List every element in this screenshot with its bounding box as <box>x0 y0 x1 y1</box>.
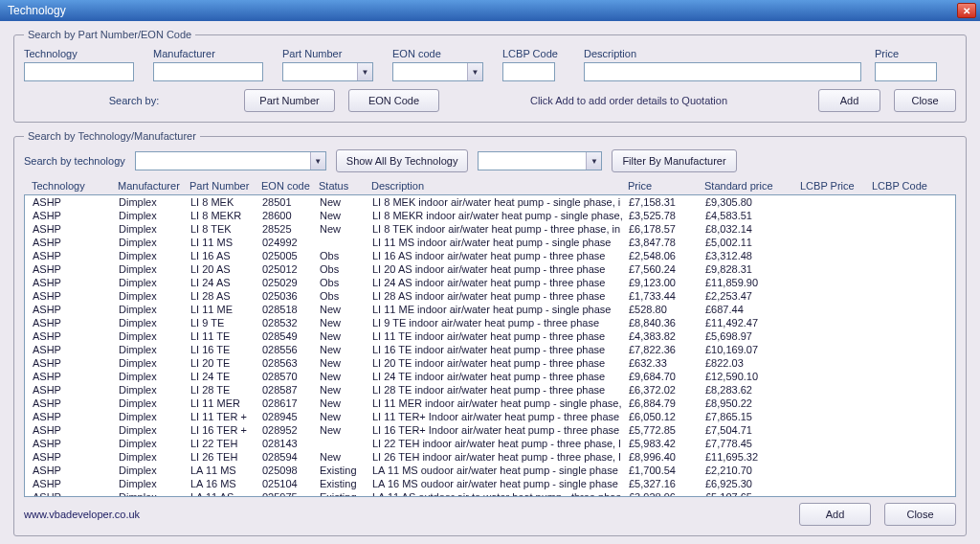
table-row[interactable]: ASHPDimplexLI 26 TEH028594NewLI 26 TEH i… <box>25 450 955 464</box>
chevron-down-icon[interactable]: ▼ <box>357 63 372 80</box>
table-row[interactable]: ASHPDimplexLI 24 TE028570NewLI 24 TE ind… <box>25 370 955 383</box>
label-part-number: Part Number <box>282 48 383 59</box>
show-all-by-technology-button[interactable]: Show All By Technology <box>336 149 469 172</box>
col-description: Description <box>371 180 628 192</box>
close-button-bottom[interactable]: Close <box>884 503 956 526</box>
search-eon-code-button[interactable]: EON Code <box>348 89 439 112</box>
search-technology-combo[interactable] <box>135 151 326 170</box>
col-eon-code: EON code <box>261 180 319 192</box>
table-row[interactable]: ASHPDimplexLI 28 TE028587NewLI 28 TE ind… <box>25 383 955 397</box>
group-search-partnumber-eon: Search by Part Number/EON Code Technolog… <box>13 29 967 123</box>
col-lcbp-code: LCBP Code <box>872 180 948 192</box>
label-price: Price <box>875 48 947 59</box>
table-row[interactable]: ASHPDimplexLI 11 TER +028945NewLI 11 TER… <box>25 410 955 423</box>
close-button-top[interactable]: Close <box>894 89 956 112</box>
table-row[interactable]: ASHPDimplexLI 16 TE028556NewLI 16 TE ind… <box>25 343 955 356</box>
col-status: Status <box>319 180 371 192</box>
table-row[interactable]: ASHPDimplexLA 11 AS025975ExistingLA 11 A… <box>25 490 955 497</box>
table-row[interactable]: ASHPDimplexLI 11 MER028617NewLI 11 MER i… <box>25 397 955 410</box>
technology-input[interactable] <box>24 62 134 81</box>
table-row[interactable]: ASHPDimplexLI 11 MS024992LI 11 MS indoor… <box>25 236 955 249</box>
description-input[interactable] <box>584 62 861 81</box>
group-search-tech-manufacturer: Search by Technology/Manufacturer Search… <box>13 130 967 536</box>
chevron-down-icon[interactable]: ▼ <box>310 152 325 170</box>
titlebar[interactable]: Technology ✕ <box>0 0 980 21</box>
lcbp-code-input[interactable] <box>502 62 555 81</box>
label-lcbp-code: LCBP Code <box>502 48 574 59</box>
label-eon-code: EON code <box>392 48 493 59</box>
search-part-number-button[interactable]: Part Number <box>244 89 335 112</box>
label-description: Description <box>584 48 865 59</box>
group1-legend: Search by Part Number/EON Code <box>24 29 195 40</box>
add-button-bottom[interactable]: Add <box>799 503 871 526</box>
table-row[interactable]: ASHPDimplexLI 20 AS025012ObsLI 20 AS ind… <box>25 262 955 276</box>
manufacturer-input[interactable] <box>153 62 263 81</box>
table-row[interactable]: ASHPDimplexLI 16 TER +028952NewLI 16 TER… <box>25 423 955 437</box>
chevron-down-icon[interactable]: ▼ <box>586 152 601 170</box>
filter-by-manufacturer-button[interactable]: Filter By Manufacturer <box>612 149 736 172</box>
label-search-by-technology: Search by technology <box>24 155 125 167</box>
price-input[interactable] <box>875 62 937 81</box>
table-row[interactable]: ASHPDimplexLI 16 AS025005ObsLI 16 AS ind… <box>25 249 955 262</box>
label-search-by: Search by: <box>24 95 244 106</box>
table-row[interactable]: ASHPDimplexLI 11 TE028549NewLI 11 TE ind… <box>25 329 955 343</box>
col-part-number: Part Number <box>189 180 261 192</box>
table-row[interactable]: ASHPDimplexLI 20 TE028563NewLI 20 TE ind… <box>25 356 955 370</box>
col-technology: Technology <box>32 180 118 192</box>
results-column-headers: Technology Manufacturer Part Number EON … <box>24 178 956 194</box>
table-row[interactable]: ASHPDimplexLA 16 MS025104ExistingLA 16 M… <box>25 477 955 490</box>
table-row[interactable]: ASHPDimplexLI 9 TE028532NewLI 9 TE indoo… <box>25 316 955 329</box>
col-lcbp-price: LCBP Price <box>800 180 872 192</box>
chevron-down-icon[interactable]: ▼ <box>467 63 482 80</box>
col-manufacturer: Manufacturer <box>118 180 189 192</box>
table-row[interactable]: ASHPDimplexLI 8 MEK28501NewLI 8 MEK indo… <box>25 195 955 209</box>
group2-legend: Search by Technology/Manufacturer <box>24 130 200 142</box>
table-row[interactable]: ASHPDimplexLI 28 AS025036ObsLI 28 AS ind… <box>25 289 955 303</box>
results-grid[interactable]: ASHPDimplexLI 8 MEK28501NewLI 8 MEK indo… <box>24 194 956 497</box>
table-row[interactable]: ASHPDimplexLI 24 AS025029ObsLI 24 AS ind… <box>25 276 955 289</box>
table-row[interactable]: ASHPDimplexLI 8 TEK28525NewLI 8 TEK indo… <box>25 222 955 236</box>
table-row[interactable]: ASHPDimplexLI 22 TEH028143LI 22 TEH indo… <box>25 437 955 450</box>
col-standard-price: Standard price <box>704 180 800 192</box>
window-title: Technology <box>4 4 957 17</box>
footer-link[interactable]: www.vbadeveloper.co.uk <box>24 509 799 520</box>
group1-hint: Click Add to add order details to Quotat… <box>439 95 818 106</box>
label-manufacturer: Manufacturer <box>153 48 273 59</box>
label-technology: Technology <box>24 48 144 59</box>
manufacturer-filter-combo[interactable] <box>478 151 602 170</box>
table-row[interactable]: ASHPDimplexLI 11 ME028518NewLI 11 ME ind… <box>25 303 955 316</box>
table-row[interactable]: ASHPDimplexLA 11 MS025098ExistingLA 11 M… <box>25 464 955 477</box>
close-icon[interactable]: ✕ <box>957 3 976 18</box>
technology-dialog: Technology ✕ Search by Part Number/EON C… <box>0 0 980 544</box>
add-button-top[interactable]: Add <box>818 89 880 112</box>
table-row[interactable]: ASHPDimplexLI 8 MEKR28600NewLI 8 MEKR in… <box>25 209 955 222</box>
col-price: Price <box>628 180 704 192</box>
